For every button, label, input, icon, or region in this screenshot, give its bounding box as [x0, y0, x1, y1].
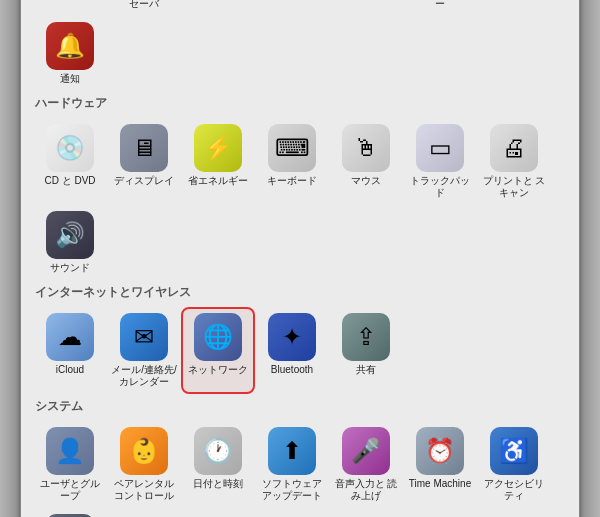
icon-img-parental: 👶 [120, 427, 168, 475]
icon-label-users: ユーザとグループ [37, 478, 103, 502]
icon-label-share: 共有 [356, 364, 376, 376]
icon-label-access: アクセシビリティ [481, 478, 547, 502]
section-title-internet: インターネットとワイヤレス [35, 284, 565, 301]
icon-img-energy: ⚡ [194, 124, 242, 172]
icon-img-timemachine: ⏰ [416, 427, 464, 475]
icon-item-energy[interactable]: ⚡省エネルギー [183, 120, 253, 203]
section-grid-hardware: 💿CD と DVD🖥ディスプレイ⚡省エネルギー⌨キーボード🖱マウス▭トラックパッ… [35, 120, 565, 278]
icon-label-icloud: iCloud [56, 364, 84, 376]
icon-item-spotlight[interactable]: 🔍Spotlight [479, 0, 549, 14]
icon-img-bluetooth: ✦ [268, 313, 316, 361]
icon-item-general[interactable]: 🔧一般 [35, 0, 105, 14]
icon-img-share: ⇪ [342, 313, 390, 361]
icon-img-mail: ✉ [120, 313, 168, 361]
icon-item-trackpad[interactable]: ▭トラックパッド [405, 120, 475, 203]
icon-item-desktop[interactable]: 🖥デスクトップと スクリーンセーバ [109, 0, 179, 14]
icon-label-sound: サウンド [50, 262, 90, 274]
icon-item-notify[interactable]: 🔔通知 [35, 18, 105, 89]
icon-img-display: 🖥 [120, 124, 168, 172]
icon-label-parental: ペアレンタル コントロール [111, 478, 177, 502]
icon-item-software[interactable]: ⬆ソフトウェア アップデート [257, 423, 327, 506]
icon-img-mouse: 🖱 [342, 124, 390, 172]
icon-img-access: ♿ [490, 427, 538, 475]
icon-label-timemachine: Time Machine [409, 478, 471, 490]
icon-item-startup[interactable]: 💾起動ディスク [35, 510, 105, 517]
icon-item-security[interactable]: 🔒セキュリティと プライバシー [405, 0, 475, 14]
icon-item-timemachine[interactable]: ⏰Time Machine [405, 423, 475, 506]
content-area: パーソナル🔧一般🖥デスクトップと スクリーンセーバ▬Dock⊞Mission C… [21, 0, 579, 517]
icon-item-network[interactable]: 🌐ネットワーク [183, 309, 253, 392]
icon-item-print[interactable]: 🖨プリントと スキャン [479, 120, 549, 203]
icon-label-print: プリントと スキャン [481, 175, 547, 199]
icon-item-bluetooth[interactable]: ✦Bluetooth [257, 309, 327, 392]
icon-img-print: 🖨 [490, 124, 538, 172]
icon-img-icloud: ☁ [46, 313, 94, 361]
icon-item-share[interactable]: ⇪共有 [331, 309, 401, 392]
icon-img-datetime: 🕐 [194, 427, 242, 475]
icon-label-energy: 省エネルギー [188, 175, 248, 187]
icon-item-mail[interactable]: ✉メール/連絡先/ カレンダー [109, 309, 179, 392]
icon-label-keyboard: キーボード [267, 175, 317, 187]
icon-label-bluetooth: Bluetooth [271, 364, 313, 376]
icon-img-trackpad: ▭ [416, 124, 464, 172]
section-title-system: システム [35, 398, 565, 415]
icon-label-software: ソフトウェア アップデート [259, 478, 325, 502]
icon-label-security: セキュリティと プライバシー [407, 0, 473, 10]
icon-item-display[interactable]: 🖥ディスプレイ [109, 120, 179, 203]
icon-item-sound[interactable]: 🔊サウンド [35, 207, 105, 278]
icon-item-parental[interactable]: 👶ペアレンタル コントロール [109, 423, 179, 506]
icon-item-users[interactable]: 👤ユーザとグループ [35, 423, 105, 506]
system-preferences-window: システム環境設定 ‹ › すべてを表示 🔍 パーソナル🔧一般🖥デスクトップと ス… [20, 0, 580, 517]
icon-item-lang[interactable]: 🔤言語と テキスト [331, 0, 401, 14]
icon-img-speech: 🎤 [342, 427, 390, 475]
icon-label-display: ディスプレイ [114, 175, 174, 187]
icon-label-trackpad: トラックパッド [407, 175, 473, 199]
icon-item-keyboard[interactable]: ⌨キーボード [257, 120, 327, 203]
icon-img-notify: 🔔 [46, 22, 94, 70]
icon-item-mouse[interactable]: 🖱マウス [331, 120, 401, 203]
icon-img-keyboard: ⌨ [268, 124, 316, 172]
icon-label-notify: 通知 [60, 73, 80, 85]
icon-item-speech[interactable]: 🎤音声入力と 読み上げ [331, 423, 401, 506]
icon-img-cd: 💿 [46, 124, 94, 172]
icon-item-cd[interactable]: 💿CD と DVD [35, 120, 105, 203]
icon-item-mission[interactable]: ⊞Mission Control [257, 0, 327, 14]
icon-label-desktop: デスクトップと スクリーンセーバ [111, 0, 177, 10]
icon-label-cd: CD と DVD [44, 175, 95, 187]
icon-label-speech: 音声入力と 読み上げ [333, 478, 399, 502]
icon-item-datetime[interactable]: 🕐日付と時刻 [183, 423, 253, 506]
section-title-hardware: ハードウェア [35, 95, 565, 112]
icon-img-network: 🌐 [194, 313, 242, 361]
icon-label-network: ネットワーク [188, 364, 248, 376]
icon-img-software: ⬆ [268, 427, 316, 475]
section-grid-internet: ☁iCloud✉メール/連絡先/ カレンダー🌐ネットワーク✦Bluetooth⇪… [35, 309, 565, 392]
icon-item-icloud[interactable]: ☁iCloud [35, 309, 105, 392]
section-grid-personal: 🔧一般🖥デスクトップと スクリーンセーバ▬Dock⊞Mission Contro… [35, 0, 565, 89]
icon-item-access[interactable]: ♿アクセシビリティ [479, 423, 549, 506]
icon-label-mouse: マウス [351, 175, 381, 187]
icon-item-dock[interactable]: ▬Dock [183, 0, 253, 14]
icon-label-datetime: 日付と時刻 [193, 478, 243, 490]
icon-label-mail: メール/連絡先/ カレンダー [111, 364, 177, 388]
icon-img-sound: 🔊 [46, 211, 94, 259]
icon-img-users: 👤 [46, 427, 94, 475]
section-grid-system: 👤ユーザとグループ👶ペアレンタル コントロール🕐日付と時刻⬆ソフトウェア アップ… [35, 423, 565, 517]
